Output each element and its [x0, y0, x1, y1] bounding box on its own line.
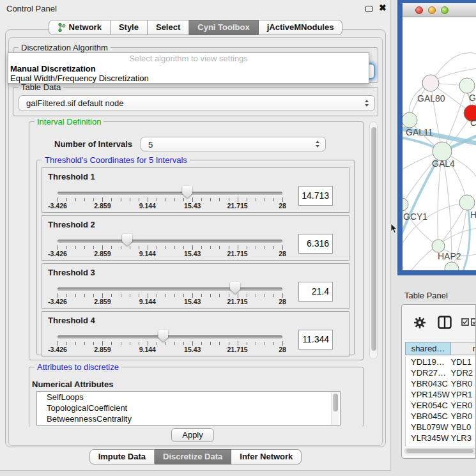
algorithm-popup: Select algorithm to view settings Manual…: [8, 52, 369, 84]
slider-thumb-face: [122, 234, 132, 246]
scrollbar-thumb[interactable]: [406, 449, 473, 453]
algorithm-popup-options: Manual DiscretizationEqual Width/Frequen…: [8, 64, 369, 83]
slider-tick: [282, 245, 283, 250]
slider-tick: [75, 342, 76, 345]
slider-tick: [130, 342, 130, 345]
slider-tick-label: 28: [279, 346, 286, 353]
minimize-traffic-light-icon[interactable]: [428, 6, 436, 14]
tab-infer-network[interactable]: Infer Network: [231, 449, 302, 464]
attribute-list-item[interactable]: BetweennessCentrality: [37, 413, 340, 424]
network-canvas[interactable]: GAL80CGAL11GAL4GCY1HHAP2G: [403, 17, 476, 270]
threshold-value-field[interactable]: 11.344: [298, 330, 333, 349]
table-panel: shared… n YDL19…YDL1YDR27…YDR2YBR043CYBR…: [401, 304, 476, 459]
slider-tick: [58, 197, 58, 202]
zoom-traffic-light-icon[interactable]: [441, 6, 449, 14]
attribute-list-item[interactable]: SelfLoops: [37, 392, 340, 403]
checked-checkbox-icon[interactable]: [461, 318, 469, 326]
network-node[interactable]: [445, 262, 459, 270]
threshold-value-field[interactable]: 14.713: [298, 186, 333, 206]
cell-name: YIL0: [450, 443, 476, 446]
slider-track[interactable]: [58, 335, 282, 339]
table-row[interactable]: YER054CYER0: [406, 400, 476, 411]
algorithm-option[interactable]: Manual Discretization: [8, 64, 369, 73]
slider-thumb[interactable]: [230, 282, 240, 294]
slider-tick-label: -3.426: [48, 250, 67, 257]
close-icon[interactable]: ✖: [379, 3, 387, 13]
slider-tick-label: 21.715: [227, 250, 248, 257]
network-node[interactable]: [459, 78, 475, 93]
tab-discretize-data[interactable]: Discretize Data: [155, 449, 231, 464]
tab-select[interactable]: Select: [148, 20, 189, 35]
slider-tick-label: 2.859: [94, 346, 111, 353]
table-row[interactable]: YBR043CYBR0: [406, 378, 476, 389]
network-node-label: GAL80: [417, 93, 445, 104]
network-node-h[interactable]: [459, 195, 475, 210]
close-traffic-light-icon[interactable]: [415, 6, 423, 14]
column-header-shared-name[interactable]: shared…: [405, 342, 451, 355]
table-row[interactable]: YLR345WYLR3: [406, 433, 476, 443]
tab-impute-data[interactable]: Impute Data: [89, 449, 155, 464]
slider-tick: [256, 198, 256, 201]
tab-label: Impute Data: [98, 450, 146, 464]
network-node-gcy1[interactable]: [403, 198, 408, 211]
slider-track[interactable]: [58, 192, 282, 195]
slider-tick: [130, 294, 130, 297]
float-window-icon[interactable]: [365, 6, 372, 12]
algorithm-option[interactable]: Equal Width/Frequency Discretization: [8, 73, 369, 83]
table-row[interactable]: YIL052CYIL0: [406, 443, 476, 446]
split-columns-icon[interactable]: [438, 316, 452, 329]
slider-tick: [139, 198, 139, 201]
table-panel-title: Table Panel: [404, 291, 448, 300]
tab-style[interactable]: Style: [111, 20, 148, 35]
table-data-combobox[interactable]: galFiltered.sif default node: [19, 95, 375, 111]
tab-network[interactable]: Network: [49, 20, 111, 35]
slider-tick: [210, 342, 211, 345]
content-vertical-scrollbar[interactable]: [369, 121, 378, 359]
attribute-list-item[interactable]: TopologicalCoefficient: [37, 403, 340, 413]
slider-thumb[interactable]: [158, 330, 168, 342]
gear-icon[interactable]: [413, 316, 426, 329]
threshold-value-field[interactable]: 6.316: [298, 234, 333, 254]
attributes-scrollbar[interactable]: [331, 392, 339, 426]
apply-button[interactable]: Apply: [171, 428, 214, 442]
checked-checkbox-icon[interactable]: [471, 318, 476, 326]
slider-track[interactable]: [58, 240, 282, 243]
slider-thumb[interactable]: [122, 234, 132, 246]
tab-cyni-toolbox[interactable]: Cyni Toolbox: [189, 20, 258, 35]
network-node-gal80[interactable]: [422, 75, 439, 91]
slider-tick: [282, 293, 283, 298]
table-row[interactable]: YPR145WYPR1: [406, 389, 476, 400]
table-horizontal-scrollbar[interactable]: [404, 448, 476, 454]
threshold-value-field[interactable]: 21.4: [298, 282, 333, 302]
slider-tick: [219, 342, 220, 345]
table-row[interactable]: YDR27…YDR2: [406, 367, 476, 378]
cell-shared-name: YDR27…: [406, 367, 450, 378]
network-node-gal11[interactable]: [403, 112, 417, 128]
tab-jactivemnodules[interactable]: jActiveMNodules: [259, 20, 343, 35]
table-row[interactable]: YDL19…YDL1: [406, 357, 476, 367]
table-data-title: Table Data: [19, 82, 63, 92]
network-window-titlebar[interactable]: [403, 3, 476, 17]
slider-tick-label: -3.426: [48, 202, 67, 210]
slider-track[interactable]: [58, 288, 282, 291]
slider-tick: [58, 341, 58, 346]
network-node-hap2[interactable]: [432, 240, 445, 252]
tab-label: jActiveMNodules: [267, 20, 334, 35]
tab-label: Discretize Data: [163, 450, 222, 464]
table-row[interactable]: YBL079WYBL0: [406, 422, 476, 433]
slider-tick: [93, 198, 94, 201]
attributes-title: Attributes to discretize: [35, 362, 121, 372]
table-row[interactable]: YBR045CYBR0: [406, 411, 476, 422]
scrollbar-thumb[interactable]: [333, 394, 338, 411]
slider-tick: [256, 246, 256, 249]
column-header-name[interactable]: n: [451, 342, 476, 355]
numerical-attributes-list[interactable]: SelfLoopsTopologicalCoefficientBetweenne…: [36, 391, 341, 426]
table-data-group: Table Data galFiltered.sif default node: [13, 87, 378, 116]
threshold-label: Threshold 2: [48, 220, 95, 229]
slider-thumb[interactable]: [182, 186, 192, 198]
num-intervals-combobox[interactable]: 5: [141, 137, 326, 151]
network-node-label: H: [470, 210, 476, 220]
cell-shared-name: YIL052C: [406, 443, 450, 446]
scrollbar-thumb[interactable]: [371, 127, 376, 351]
network-edge: [403, 204, 438, 246]
